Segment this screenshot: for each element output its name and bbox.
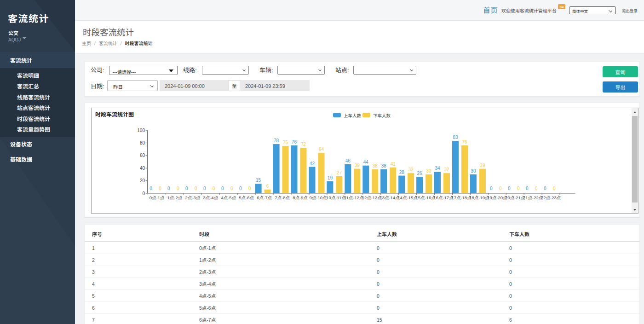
svg-text:34: 34 [435,164,440,171]
svg-text:0: 0 [150,185,152,191]
svg-text:38: 38 [381,162,387,169]
svg-text:30: 30 [471,167,476,174]
svg-text:0: 0 [239,185,242,191]
svg-text:27: 27 [337,169,342,176]
svg-text:12点-13点: 12点-13点 [362,194,382,201]
svg-text:22点-23点: 22点-23点 [541,194,561,201]
svg-text:1点-2点: 1点-2点 [167,194,183,201]
svg-text:32: 32 [444,166,449,173]
svg-text:4点-5点: 4点-5点 [221,194,236,201]
svg-text:15: 15 [256,176,261,183]
svg-text:64: 64 [319,145,324,152]
svg-text:0: 0 [177,185,179,191]
svg-text:39: 39 [480,162,485,168]
svg-text:0: 0 [544,185,546,191]
svg-text:17点-18点: 17点-18点 [451,194,472,201]
svg-text:0: 0 [248,185,251,191]
svg-text:20: 20 [140,177,145,184]
svg-text:0: 0 [203,185,206,191]
svg-text:0: 0 [526,185,529,191]
svg-text:38: 38 [373,162,378,169]
svg-text:30: 30 [426,167,432,174]
svg-text:75: 75 [283,139,288,145]
svg-text:9点-10点: 9点-10点 [309,194,327,201]
svg-text:32: 32 [408,166,414,173]
svg-text:0: 0 [553,185,556,191]
svg-text:0: 0 [213,185,215,191]
svg-text:76: 76 [462,138,467,145]
svg-text:0: 0 [230,185,233,191]
svg-text:100: 100 [137,127,145,133]
svg-text:28: 28 [399,168,405,175]
svg-text:0: 0 [499,185,502,191]
svg-text:5点-6点: 5点-6点 [239,194,254,201]
svg-text:0: 0 [535,185,538,191]
svg-text:3点-4点: 3点-4点 [203,194,218,201]
svg-text:14点-15点: 14点-15点 [398,194,418,201]
svg-text:0: 0 [167,185,170,191]
svg-text:41: 41 [391,160,396,167]
svg-text:19点-20点: 19点-20点 [487,194,507,201]
svg-text:7点-8点: 7点-8点 [275,194,290,201]
svg-text:6: 6 [266,182,269,189]
svg-text:6点-7点: 6点-7点 [257,194,272,201]
svg-text:19: 19 [328,174,333,181]
svg-text:0: 0 [490,185,493,191]
svg-text:0: 0 [508,185,511,191]
svg-text:26: 26 [417,169,423,176]
svg-text:20点-21点: 20点-21点 [505,194,525,201]
svg-text:16点-17点: 16点-17点 [433,194,454,201]
svg-text:0: 0 [517,185,520,191]
svg-text:15点-16点: 15点-16点 [415,194,436,201]
svg-text:18点-19点: 18点-19点 [469,194,489,201]
svg-text:83: 83 [453,133,458,140]
svg-text:72: 72 [301,140,306,147]
svg-text:0: 0 [185,185,188,191]
svg-text:8点-9点: 8点-9点 [293,194,308,201]
svg-text:40: 40 [140,164,145,171]
svg-text:0: 0 [221,185,224,191]
svg-text:42: 42 [310,160,315,167]
svg-text:0: 0 [159,185,161,191]
svg-text:44: 44 [363,158,369,165]
svg-text:2点-3点: 2点-3点 [185,194,201,201]
svg-text:10点-11点: 10点-11点 [326,194,346,201]
svg-text:39: 39 [355,162,360,168]
svg-text:78: 78 [274,137,279,144]
svg-text:0: 0 [142,190,145,197]
svg-text:80: 80 [140,139,145,146]
svg-text:60: 60 [140,151,145,158]
svg-text:11点-12点: 11点-12点 [344,194,364,201]
svg-text:0: 0 [195,185,197,191]
svg-text:76: 76 [292,138,297,145]
svg-text:46: 46 [345,157,351,164]
svg-text:0点-1点: 0点-1点 [150,194,165,201]
svg-text:21点-22点: 21点-22点 [523,194,543,201]
svg-text:13点-14点: 13点-14点 [380,194,400,201]
